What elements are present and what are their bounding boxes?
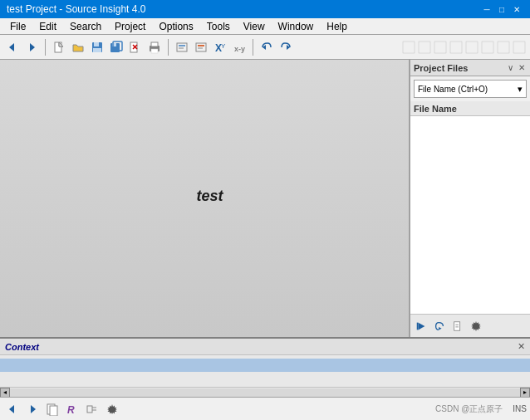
panel-footer-btn-settings[interactable] xyxy=(469,319,483,334)
symbol-button-1[interactable] xyxy=(173,38,191,56)
extra-btn-7[interactable] xyxy=(496,38,511,56)
watermark-text: CSDN @正点原子 xyxy=(435,403,503,415)
panel-file-list[interactable] xyxy=(410,116,530,314)
svg-rect-29 xyxy=(434,42,446,53)
editor-content: test xyxy=(196,188,223,205)
svg-rect-36 xyxy=(417,322,419,330)
panel-dropdown-wrapper: File Name (Ctrl+O) ▾ xyxy=(410,76,530,101)
main-area: test Project Files ∨ ✕ File Name (Ctrl+O… xyxy=(0,60,530,420)
svg-marker-43 xyxy=(31,405,36,413)
redo-button[interactable] xyxy=(277,38,295,56)
context-panel: Context ✕ ◂ ▸ xyxy=(0,339,530,397)
svg-rect-27 xyxy=(403,42,415,53)
toolbar-sep-3 xyxy=(253,39,253,56)
menu-project[interactable]: Project xyxy=(108,18,152,34)
save-all-button[interactable] xyxy=(107,38,125,56)
context-header: Context ✕ xyxy=(0,339,530,355)
nav-toolbar-group xyxy=(3,38,41,56)
svg-rect-6 xyxy=(93,48,101,52)
symbol-button-3[interactable]: XY xyxy=(211,38,229,56)
svg-rect-31 xyxy=(466,42,478,53)
menu-edit[interactable]: Edit xyxy=(32,18,63,34)
menu-search[interactable]: Search xyxy=(63,18,108,34)
panel-column-header: File Name xyxy=(410,101,530,116)
menu-file[interactable]: File xyxy=(3,18,32,34)
context-content xyxy=(0,355,530,387)
bottom-section: Context ✕ ◂ ▸ xyxy=(0,337,530,420)
editor-pane[interactable]: test xyxy=(0,60,410,337)
scroll-track[interactable] xyxy=(10,388,520,397)
context-close-btn[interactable]: ✕ xyxy=(518,341,525,352)
panel-footer xyxy=(410,314,530,337)
forward-button[interactable] xyxy=(22,38,41,56)
panel-close-btn[interactable]: ✕ xyxy=(517,63,527,72)
extra-btn-4[interactable] xyxy=(449,38,464,56)
h-scroll-bar[interactable]: ◂ ▸ xyxy=(0,387,530,397)
svg-rect-34 xyxy=(513,42,525,53)
scroll-left-btn[interactable]: ◂ xyxy=(0,388,10,398)
extra-btn-3[interactable] xyxy=(433,38,448,56)
svg-rect-45 xyxy=(50,406,57,416)
svg-rect-15 xyxy=(151,49,158,53)
panel-footer-btn-2[interactable] xyxy=(432,319,447,334)
extra-btn-8[interactable] xyxy=(512,38,527,56)
print-button[interactable] xyxy=(145,38,164,56)
svg-rect-5 xyxy=(94,42,99,46)
bottom-toolbar-right: CSDN @正点原子 INS xyxy=(435,403,527,415)
bt-symbol-btn[interactable]: R xyxy=(63,400,81,418)
bt-forward-button[interactable] xyxy=(23,400,42,418)
dropdown-arrow-icon: ▾ xyxy=(518,84,523,95)
extra-btn-5[interactable] xyxy=(464,38,479,56)
svg-text:Y: Y xyxy=(221,42,226,50)
toolbar-sep-2 xyxy=(168,39,169,56)
maximize-button[interactable]: □ xyxy=(495,2,508,16)
menu-tools[interactable]: Tools xyxy=(200,18,237,34)
panel-footer-btn-1[interactable] xyxy=(414,319,429,334)
menu-view[interactable]: View xyxy=(237,18,272,34)
minimize-button[interactable]: ─ xyxy=(480,2,493,16)
extra-toolbar-group xyxy=(401,38,527,56)
panel-footer-btn-3[interactable] xyxy=(450,319,465,334)
extra-btn-6[interactable] xyxy=(480,38,495,56)
panel-collapse-btn[interactable]: ∨ xyxy=(506,63,515,72)
open-file-button[interactable] xyxy=(69,38,87,56)
file-name-dropdown[interactable]: File Name (Ctrl+O) ▾ xyxy=(414,80,527,98)
menu-help[interactable]: Help xyxy=(320,18,354,34)
status-ins: INS xyxy=(513,404,527,413)
svg-rect-33 xyxy=(498,42,509,53)
menu-window[interactable]: Window xyxy=(272,18,321,34)
bt-back-button[interactable] xyxy=(3,400,22,418)
svg-rect-30 xyxy=(450,42,462,53)
undo-toolbar-group xyxy=(258,38,295,56)
back-button[interactable] xyxy=(3,38,22,56)
symbol-button-2[interactable] xyxy=(192,38,210,56)
extra-btn-1[interactable] xyxy=(401,38,416,56)
new-file-button[interactable] xyxy=(50,38,68,56)
bottom-toolbar-left: R xyxy=(3,400,121,418)
bt-project-btn[interactable] xyxy=(83,400,101,418)
save-button[interactable] xyxy=(88,38,106,56)
extra-btn-2[interactable] xyxy=(417,38,432,56)
svg-marker-42 xyxy=(9,405,14,413)
svg-rect-38 xyxy=(454,321,460,330)
menu-options[interactable]: Options xyxy=(152,18,199,34)
scroll-right-btn[interactable]: ▸ xyxy=(520,388,530,398)
window-title: test Project - Source Insight 4.0 xyxy=(7,3,145,15)
close-button[interactable]: ✕ xyxy=(510,2,523,16)
bt-settings-btn[interactable] xyxy=(103,400,121,418)
file-toolbar-group xyxy=(50,38,164,56)
undo-button[interactable] xyxy=(258,38,276,56)
bt-file-btn[interactable] xyxy=(43,400,61,418)
svg-rect-28 xyxy=(419,42,430,53)
svg-rect-47 xyxy=(87,406,92,413)
svg-marker-35 xyxy=(419,322,425,330)
close-file-button[interactable] xyxy=(126,38,145,56)
svg-marker-0 xyxy=(9,43,14,51)
title-bar-controls: ─ □ ✕ xyxy=(480,2,523,16)
symbol-button-4[interactable]: x-y xyxy=(230,38,248,56)
svg-rect-32 xyxy=(482,42,493,53)
main-toolbar: XY x-y xyxy=(0,35,530,60)
menu-bar: File Edit Search Project Options Tools V… xyxy=(0,18,530,35)
svg-text:R: R xyxy=(67,404,75,416)
panel-header: Project Files ∨ ✕ xyxy=(410,60,530,76)
